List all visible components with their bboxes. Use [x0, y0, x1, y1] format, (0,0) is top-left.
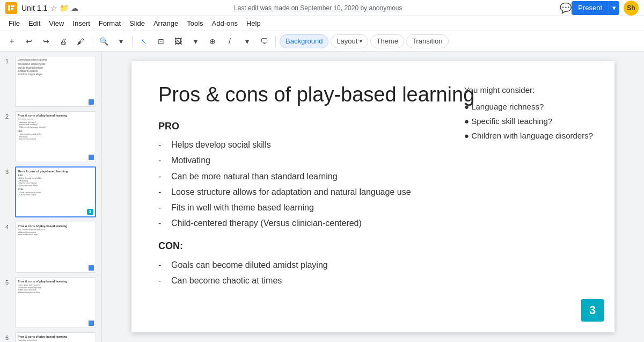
slide-item-2[interactable]: 2 Pros & cons of play-based learning You…	[5, 111, 96, 162]
paint-format-button[interactable]: 🖌	[73, 34, 88, 49]
con-item-1: - Can become chaotic at times	[158, 273, 588, 288]
cloud-icon[interactable]: ☁	[71, 4, 78, 12]
separator-2	[132, 36, 133, 47]
pro-item-4: - Fits in well with theme based learning	[158, 200, 588, 215]
sidebar-intro: You might consider:	[464, 83, 593, 97]
slide-number-6: 6	[5, 332, 12, 341]
slide-thumb-6[interactable]: Pros & cons of play-based learning Final…	[15, 332, 96, 342]
background-button[interactable]: Background	[280, 34, 328, 48]
slide-item-4[interactable]: 4 Pros & cons of play-based learning PRO…	[5, 222, 96, 273]
image-dropdown[interactable]: ▾	[188, 34, 203, 49]
slide-title: Pros & cons of play-based learning	[158, 83, 507, 107]
search-button[interactable]: ⊕	[205, 34, 220, 49]
slide-content: PRO - Helps develop social skills - Moti…	[158, 118, 588, 288]
slide-thumb-5[interactable]: Pros & cons of play-based learning Lorem…	[15, 277, 96, 328]
slide-number-1: 1	[5, 56, 12, 64]
slide-5-badge	[89, 321, 94, 326]
menu-addons[interactable]: Add-ons	[208, 18, 242, 28]
slide-1-badge	[89, 99, 94, 105]
user-avatar: Sh	[624, 1, 639, 16]
slide-thumb-4[interactable]: Pros & cons of play-based learning PRO c…	[15, 222, 96, 273]
theme-button[interactable]: Theme	[370, 34, 404, 48]
folder-icon[interactable]: 📁	[60, 4, 69, 12]
present-button[interactable]: Present	[572, 1, 609, 15]
transition-label: Transition	[412, 37, 443, 45]
slide-thumb-3[interactable]: Pros & cons of play-based learning PRO -…	[15, 166, 96, 217]
menu-file[interactable]: File	[4, 18, 24, 28]
redo-button[interactable]: ↪	[39, 34, 54, 49]
present-dropdown-button[interactable]: ▾	[609, 1, 619, 15]
add-button[interactable]: ＋	[4, 34, 19, 49]
main-area: 1 Lorem ipsum dolor sit amet consectetur…	[0, 52, 644, 342]
zoom-button[interactable]: 🔍	[96, 34, 111, 49]
print-button[interactable]: 🖨	[56, 34, 71, 49]
pro-item-1: - Motivating	[158, 153, 588, 168]
slide-canvas[interactable]: Pros & cons of play-based learning PRO -…	[131, 61, 614, 332]
image-button[interactable]: 🖼	[171, 34, 186, 49]
comment-icon[interactable]: 💬	[560, 2, 572, 14]
menu-edit[interactable]: Edit	[24, 18, 45, 28]
pro-item-3: - Loose structure allows for adaptation …	[158, 185, 588, 199]
slide-item-6[interactable]: 6 Pros & cons of play-based learning Fin…	[5, 332, 96, 342]
layout-label: Layout	[336, 37, 357, 45]
pro-item-2: - Can be more natural than standard lear…	[158, 169, 588, 184]
slide-number-2: 2	[5, 111, 12, 120]
slide-thumb-1[interactable]: Lorem ipsum dolor sit amet consectetur a…	[15, 56, 96, 107]
svg-rect-1	[8, 5, 10, 11]
sidebar-point-2: Children with language disorders?	[464, 128, 593, 143]
menu-tools[interactable]: Tools	[182, 18, 207, 28]
slide-panel: 1 Lorem ipsum dolor sit amet consectetur…	[0, 52, 102, 342]
slide-item-1[interactable]: 1 Lorem ipsum dolor sit amet consectetur…	[5, 56, 96, 107]
sidebar-point-0: Language richness?	[464, 99, 593, 114]
slide-number-badge: 3	[581, 299, 604, 322]
separator-1	[92, 36, 92, 47]
slide-item-3[interactable]: 3 Pros & cons of play-based learning PRO…	[5, 166, 96, 217]
slide-2-badge	[89, 155, 94, 160]
app-logo	[5, 2, 17, 14]
star-icon[interactable]: ☆	[50, 4, 57, 12]
menu-slide[interactable]: Slide	[125, 18, 149, 28]
menu-arrange[interactable]: Arrange	[149, 18, 182, 28]
document-title: Unit 1.1	[21, 4, 47, 12]
sidebar-point-1: Specific skill teaching?	[464, 114, 593, 128]
slide-3-active-badge: 3	[87, 209, 93, 215]
slide-item-5[interactable]: 5 Pros & cons of play-based learning Lor…	[5, 277, 96, 328]
svg-rect-3	[11, 8, 13, 10]
line-button[interactable]: /	[222, 34, 237, 49]
theme-label: Theme	[376, 37, 398, 45]
svg-rect-2	[11, 5, 14, 7]
last-edit-text: Last edit was made on September 10, 2020…	[80, 4, 555, 12]
menu-view[interactable]: View	[45, 18, 68, 28]
layout-arrow: ▾	[360, 38, 362, 44]
toolbar: ＋ ↩ ↪ 🖨 🖌 🔍 ▾ ↖ ⊡ 🖼 ▾ ⊕ / ▾ 🗨 Background…	[0, 31, 644, 52]
zoom-dropdown[interactable]: ▾	[113, 34, 128, 49]
sidebar-notes: You might consider: Language richness? S…	[464, 83, 593, 143]
slide-number-3: 3	[5, 166, 12, 175]
canvas-area: Pros & cons of play-based learning PRO -…	[102, 52, 644, 342]
background-label: Background	[286, 37, 323, 45]
cursor-button[interactable]: ↖	[136, 34, 151, 49]
line-dropdown[interactable]: ▾	[239, 34, 254, 49]
slide-number-5: 5	[5, 277, 12, 286]
textbox-button[interactable]: ⊡	[153, 34, 169, 49]
slide-number-4: 4	[5, 222, 12, 230]
con-item-0: - Goals can become diluted amidst playin…	[158, 258, 588, 272]
slide-4-badge	[89, 265, 94, 271]
con-label: CON:	[158, 238, 588, 254]
undo-button[interactable]: ↩	[21, 34, 36, 49]
menu-format[interactable]: Format	[94, 18, 125, 28]
comment-button[interactable]: 🗨	[257, 34, 272, 49]
menu-insert[interactable]: Insert	[68, 18, 94, 28]
slide-thumb-2[interactable]: Pros & cons of play-based learning You m…	[15, 111, 96, 162]
menu-bar: File Edit View Insert Format Slide Arran…	[0, 16, 644, 31]
transition-button[interactable]: Transition	[406, 34, 449, 48]
title-bar: Unit 1.1 ☆ 📁 ☁ Last edit was made on Sep…	[0, 0, 644, 16]
pro-item-5: - Child-centered therapy (Versus clinici…	[158, 216, 588, 230]
separator-3	[275, 36, 276, 47]
menu-help[interactable]: Help	[242, 18, 265, 28]
layout-button[interactable]: Layout ▾	[331, 34, 368, 48]
